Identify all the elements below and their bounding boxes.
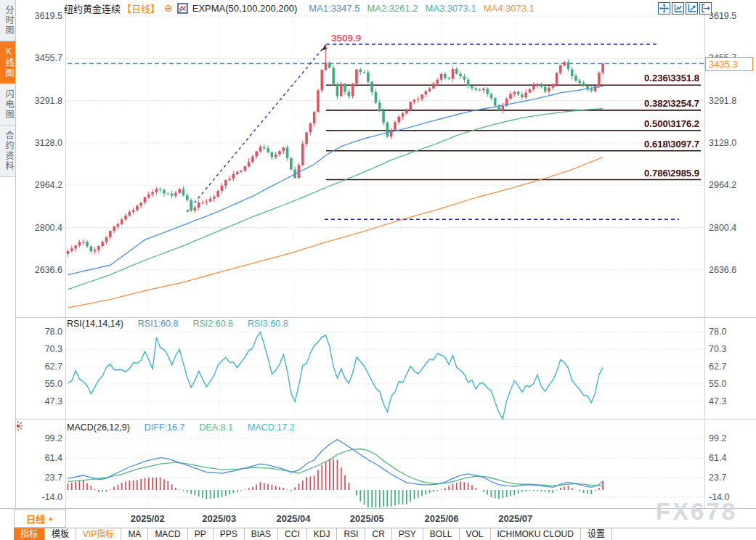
ma-values: MA1:3347.5MA2:3261.2MA3:3073.1MA4:3073.1 [301,3,534,14]
svg-text:0.382\3254.7: 0.382\3254.7 [644,98,699,109]
tab-cr[interactable]: CR [365,528,391,540]
sidebar-item-flash[interactable]: 闪电图 [0,84,15,126]
tab-ichimoku-cloud[interactable]: ICHIMOKU CLOUD [491,528,581,540]
svg-text:23.7: 23.7 [709,472,726,483]
period-tag[interactable]: 【日线】 [122,1,160,15]
svg-text:62.7: 62.7 [709,361,726,372]
rsi-value: RSI3:60.8 [248,319,288,329]
period-label: 日线 [26,512,45,525]
svg-text:3455.7: 3455.7 [35,53,62,63]
svg-text:61.4: 61.4 [709,453,726,463]
tab-rsi[interactable]: RSI [337,528,365,540]
chart-type-icon[interactable] [177,3,188,14]
svg-text:0.618\3097.7: 0.618\3097.7 [644,139,699,150]
tab-cci[interactable]: CCI [278,528,307,540]
tab-pp[interactable]: PP [188,528,214,540]
svg-text:2025/06: 2025/06 [425,513,459,524]
indicator-name: EXPMA(50,100,200,200) [192,3,298,14]
svg-text:78.0: 78.0 [709,327,726,337]
tab-pps[interactable]: PPS [214,528,245,540]
tab-psy[interactable]: PSY [392,528,423,540]
svg-text:2964.2: 2964.2 [709,180,736,190]
svg-text:62.7: 62.7 [45,361,62,372]
svg-text:47.3: 47.3 [45,396,62,406]
svg-text:2025/03: 2025/03 [202,513,236,524]
pan-icon[interactable] [658,2,670,15]
svg-text:55.0: 55.0 [45,379,62,389]
rsi-value: RSI1:60.8 [138,319,179,329]
svg-text:3619.5: 3619.5 [35,11,62,21]
add-indicator-icon[interactable]: ⊕ [164,2,173,14]
ma-value: MA2:3261.2 [367,3,418,14]
sidebar-item-kline[interactable]: K线图 [0,41,15,84]
svg-text:2800.4: 2800.4 [35,223,62,233]
rsi-panel-header: RSI(14,14,14)RSI1:60.8RSI2:60.8RSI3:60.8 [67,319,303,329]
chart-toolbar [658,2,712,15]
tab-boll[interactable]: BOLL [423,528,460,540]
svg-text:70.3: 70.3 [709,344,726,354]
svg-text:3291.8: 3291.8 [709,96,736,106]
tab-kdj[interactable]: KDJ [307,528,338,540]
svg-text:99.2: 99.2 [45,433,62,443]
macd-value: DEA:8.1 [199,422,233,433]
tab-ma[interactable]: MA [121,528,148,540]
svg-text:3128.0: 3128.0 [709,138,736,148]
svg-text:2025/07: 2025/07 [498,513,532,524]
tab-vol[interactable]: VOL [460,528,491,540]
svg-text:2025/02: 2025/02 [131,513,165,524]
svg-text:78.0: 78.0 [45,327,62,337]
period-arrow-icon: ▲ [48,515,54,522]
macd-name: MACD(26,12,9) [67,422,130,433]
macd-panel-header: MACD(26,12,9)DIFF:16.7DEA:8.1MACD:17.2 [67,422,309,433]
tab-macd[interactable]: MACD [148,528,187,540]
tab-指标[interactable]: 指标 [14,528,45,540]
svg-text:23.7: 23.7 [45,472,62,483]
exit-right-icon[interactable] [699,2,712,15]
svg-text:0.786\2985.9: 0.786\2985.9 [644,168,699,179]
tab-vip指标[interactable]: VIP指标 [76,528,121,540]
chart-header: 纽约黄金连续 【日线】 ⊕ EXPMA(50,100,200,200) MA1:… [64,2,535,14]
ma-value: MA1:3347.5 [309,3,359,14]
sidebar-item-contract-info[interactable]: 合约资料 [0,126,15,177]
current-price-badge: 3435.3 [705,57,753,71]
svg-text:99.2: 99.2 [709,433,726,443]
svg-text:0.236\3351.8: 0.236\3351.8 [644,73,699,83]
rsi-name: RSI(14,14,14) [67,319,123,329]
svg-text:3619.5: 3619.5 [709,11,736,21]
svg-text:61.4: 61.4 [45,453,62,463]
svg-text:2800.4: 2800.4 [709,223,736,233]
tab-bias[interactable]: BIAS [245,528,278,540]
svg-text:0.500\3176.2: 0.500\3176.2 [644,118,699,129]
period-selector[interactable]: 日线 ▲ [14,510,66,528]
symbol-title: 纽约黄金连续 [64,1,121,15]
svg-text:3128.0: 3128.0 [35,138,62,148]
svg-text:3291.8: 3291.8 [35,96,62,106]
svg-text:47.3: 47.3 [709,396,726,406]
tab-模板[interactable]: 模板 [45,528,76,540]
chart-app: 3619.53619.53455.73455.73291.83291.83128… [0,0,756,540]
sidebar-item-timeline[interactable]: 分时图 [0,0,15,41]
macd-value: DIFF:16.7 [145,422,185,433]
ma-value: MA3:3073.1 [426,3,476,14]
sidebar: 分时图 K线图 闪电图 合约资料 [0,0,16,508]
indicator-tabbar: 指标模板VIP指标MAMACDPPPPSBIASCCIKDJRSICRPSYBO… [14,528,756,540]
svg-text:70.3: 70.3 [45,344,62,354]
svg-text:-14.0: -14.0 [42,492,63,502]
ma-value: MA4:3073.1 [484,3,535,14]
svg-text:2025/05: 2025/05 [350,513,384,524]
axis-scale-icon[interactable] [672,2,684,15]
rsi-value: RSI2:60.8 [192,319,233,329]
svg-text:-14.0: -14.0 [709,492,730,502]
macd-value: MACD:17.2 [248,422,295,433]
svg-text:3509.9: 3509.9 [331,33,361,44]
axis-arrow-icon[interactable] [686,2,698,15]
svg-text:2025/04: 2025/04 [277,513,312,524]
price-chart-canvas[interactable]: 3619.53619.53455.73455.73291.83291.83128… [0,0,756,540]
svg-text:2964.2: 2964.2 [35,180,62,190]
svg-text:2636.6: 2636.6 [709,265,736,275]
tab-设置[interactable]: 设置 [581,528,612,540]
svg-text:55.0: 55.0 [709,379,726,389]
svg-text:2636.6: 2636.6 [35,265,62,275]
